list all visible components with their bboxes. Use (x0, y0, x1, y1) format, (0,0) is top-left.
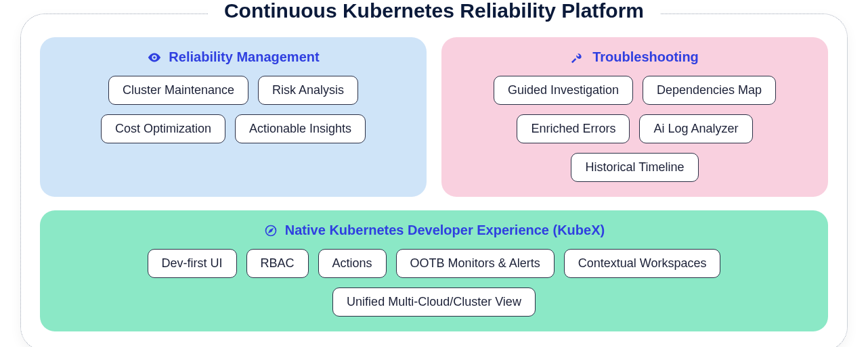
panel-reliability: Reliability Management Cluster Maintenan… (40, 37, 427, 197)
panel-kubex: Native Kubernetes Developer Experience (… (40, 210, 828, 331)
pill-unified-multicloud: Unified Multi-Cloud/Cluster View (332, 287, 536, 317)
panel-header-troubleshooting: Troubleshooting (456, 49, 813, 65)
compass-icon (263, 223, 278, 238)
pill-dependencies-map: Dependencies Map (643, 76, 776, 105)
pill-ootb-monitors: OOTB Monitors & Alerts (396, 249, 555, 278)
panel-title-kubex: Native Kubernetes Developer Experience (… (285, 223, 605, 238)
pill-contextual-workspaces: Contextual Workspaces (564, 249, 721, 278)
panel-title-reliability: Reliability Management (169, 49, 319, 65)
top-row: Reliability Management Cluster Maintenan… (40, 37, 828, 197)
page-title: Continuous Kubernetes Reliability Platfo… (208, 0, 660, 22)
pill-enriched-errors: Enriched Errors (517, 114, 630, 143)
tools-icon (571, 50, 586, 65)
pill-guided-investigation: Guided Investigation (494, 76, 633, 105)
pill-dev-first-ui: Dev-first UI (148, 249, 237, 278)
pill-cost-optimization: Cost Optimization (101, 114, 225, 143)
pill-risk-analysis: Risk Analysis (258, 76, 358, 105)
pill-actions: Actions (318, 249, 387, 278)
pill-row-troubleshooting: Guided Investigation Dependencies Map En… (456, 76, 813, 182)
pill-ai-log-analyzer: Ai Log Analyzer (639, 114, 752, 143)
svg-marker-1 (269, 229, 272, 232)
pill-historical-timeline: Historical Timeline (571, 153, 698, 182)
pill-cluster-maintenance: Cluster Maintenance (108, 76, 248, 105)
pill-row-kubex: Dev-first UI RBAC Actions OOTB Monitors … (55, 249, 813, 317)
panel-title-troubleshooting: Troubleshooting (592, 49, 699, 65)
title-wrap: Continuous Kubernetes Reliability Platfo… (40, 2, 828, 25)
panel-troubleshooting: Troubleshooting Guided Investigation Dep… (441, 37, 828, 197)
panel-header-kubex: Native Kubernetes Developer Experience (… (55, 223, 813, 238)
panel-header-reliability: Reliability Management (55, 49, 412, 65)
pill-rbac: RBAC (246, 249, 309, 278)
eye-icon (147, 50, 162, 65)
platform-container: Continuous Kubernetes Reliability Platfo… (20, 14, 848, 347)
pill-actionable-insights: Actionable Insights (235, 114, 366, 143)
pill-row-reliability: Cluster Maintenance Risk Analysis Cost O… (55, 76, 412, 143)
